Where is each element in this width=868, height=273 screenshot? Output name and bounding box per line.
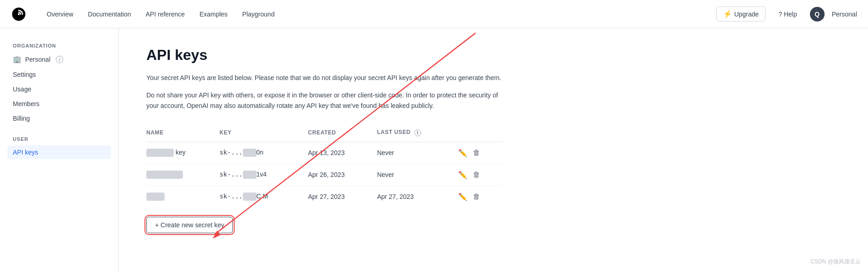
upgrade-button[interactable]: ⚡ Upgrade [716, 6, 766, 21]
nav-api-reference[interactable]: API reference [140, 8, 191, 21]
info-icon[interactable]: i [56, 56, 63, 63]
created-2: Apr 26, 2023 [308, 164, 377, 186]
upgrade-label: Upgrade [734, 11, 759, 18]
key-value-3: sk-... C.M [220, 186, 308, 208]
created-3: Apr 27, 2023 [308, 186, 377, 208]
main-wrapper: API keys Your secret API keys are listed… [119, 28, 868, 273]
top-nav: Overview Documentation API reference Exa… [0, 0, 868, 28]
sidebar-item-personal[interactable]: 🏢 Personal i [7, 52, 111, 67]
delete-icon-2[interactable]: 🗑 [473, 171, 480, 179]
watermark: CSDN @微风撞见云 [810, 258, 861, 266]
created-1: Apr 13, 2023 [308, 142, 377, 164]
nav-overview[interactable]: Overview [41, 8, 79, 21]
sidebar: ORGANIZATION 🏢 Personal i Settings Usage… [0, 28, 119, 273]
help-label: Help [784, 11, 797, 18]
sidebar-item-members[interactable]: Members [7, 97, 111, 111]
nav-playground[interactable]: Playground [237, 8, 280, 21]
nav-examples[interactable]: Examples [194, 8, 233, 21]
last-used-2: Never [377, 164, 458, 186]
table-row: sk-... C.M Apr 27, 2023 Apr 27, 2023 ✏️ … [146, 186, 503, 208]
blurred-name-3 [146, 193, 165, 201]
upgrade-icon: ⚡ [723, 10, 732, 18]
main-content: API keys Your secret API keys are listed… [119, 28, 530, 252]
key-name-2 [146, 164, 220, 186]
layout: ORGANIZATION 🏢 Personal i Settings Usage… [0, 28, 868, 273]
sidebar-item-settings[interactable]: Settings [7, 68, 111, 81]
sidebar-api-keys-label: API keys [13, 149, 38, 156]
edit-icon-3[interactable]: ✏️ [458, 193, 467, 201]
col-key: KEY [220, 125, 308, 142]
page-title: API keys [146, 47, 503, 64]
org-icon: 🏢 [13, 55, 21, 64]
last-used-info-icon[interactable]: i [414, 129, 421, 136]
svg-point-0 [18, 13, 20, 15]
nav-documentation[interactable]: Documentation [82, 8, 136, 21]
sidebar-personal-label: Personal [25, 56, 50, 63]
edit-icon-1[interactable]: ✏️ [458, 149, 467, 157]
key-name-1: key [146, 142, 220, 164]
nav-links: Overview Documentation API reference Exa… [41, 8, 716, 21]
nav-right: ⚡ Upgrade ? Help Q Personal [716, 6, 857, 21]
key-value-2: sk-... 1v4 [220, 164, 308, 186]
sidebar-members-label: Members [13, 100, 39, 107]
key-value-1: sk-... 0n [220, 142, 308, 164]
logo[interactable] [11, 6, 27, 22]
personal-label[interactable]: Personal [832, 11, 857, 18]
actions-2: ✏️ 🗑 [458, 164, 503, 186]
edit-icon-2[interactable]: ✏️ [458, 171, 467, 179]
sidebar-billing-label: Billing [13, 115, 30, 122]
col-name: NAME [146, 125, 220, 142]
help-button[interactable]: ? Help [773, 8, 803, 21]
create-secret-key-button[interactable]: + Create new secret key [146, 217, 233, 233]
desc-2: Do not share your API key with others, o… [146, 90, 503, 111]
col-last-used: LAST USED i [377, 125, 458, 142]
delete-icon-1[interactable]: 🗑 [473, 149, 480, 157]
last-used-3: Apr 27, 2023 [377, 186, 458, 208]
col-actions [458, 125, 503, 142]
blurred-name-2 [146, 171, 183, 179]
avatar[interactable]: Q [810, 7, 825, 21]
help-circle-icon: ? [778, 11, 782, 18]
table-row: key sk-... 0n Apr 13, 2023 Never ✏️ 🗑 [146, 142, 503, 164]
table-row: sk-... 1v4 Apr 26, 2023 Never ✏️ 🗑 [146, 164, 503, 186]
actions-1: ✏️ 🗑 [458, 142, 503, 164]
sidebar-settings-label: Settings [13, 71, 36, 78]
delete-icon-3[interactable]: 🗑 [473, 193, 480, 201]
key-name-3 [146, 186, 220, 208]
blurred-name-1 [146, 149, 174, 157]
col-created: CREATED [308, 125, 377, 142]
sidebar-usage-label: Usage [13, 86, 31, 93]
sidebar-item-api-keys[interactable]: API keys [7, 145, 111, 159]
sidebar-item-billing[interactable]: Billing [7, 112, 111, 125]
last-used-1: Never [377, 142, 458, 164]
actions-3: ✏️ 🗑 [458, 186, 503, 208]
sidebar-item-usage[interactable]: Usage [7, 82, 111, 96]
user-section-label: USER [7, 136, 111, 142]
api-keys-table: NAME KEY CREATED LAST USED i [146, 125, 503, 207]
desc-1: Your secret API keys are listed below. P… [146, 73, 503, 83]
org-section-label: ORGANIZATION [7, 43, 111, 48]
